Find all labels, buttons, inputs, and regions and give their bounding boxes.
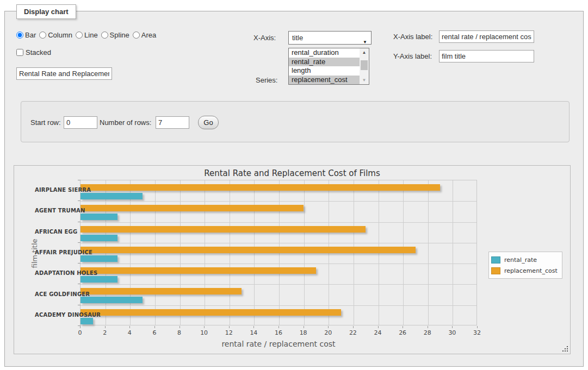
chart-type-radio-bar[interactable] [16, 32, 23, 39]
y-axis-label-field-label: Y-Axis label: [393, 52, 432, 60]
chart-type-radio-label: Bar [25, 31, 36, 39]
listbox-scrollbar[interactable]: ▲ ▼ [360, 48, 369, 84]
chart-type-option-bar: Bar [16, 31, 36, 39]
x-axis-tick [154, 326, 155, 328]
rows-panel: Start row: Number of rows: Go [21, 101, 570, 142]
bar-rental_rate [81, 297, 143, 303]
bar-replacement_cost [81, 309, 341, 316]
series-option-rental_rate[interactable]: rental_rate [289, 58, 360, 67]
x-axis-tick [253, 326, 254, 328]
scroll-down-icon[interactable]: ▼ [360, 76, 369, 84]
y-axis-tick [78, 284, 81, 284]
x-axis-tick-label: 2 [95, 329, 115, 336]
x-axis-tick [452, 326, 453, 328]
x-axis-tick-label: 14 [244, 329, 263, 336]
y-axis-tick [78, 325, 81, 326]
number-of-rows-input[interactable] [156, 116, 189, 129]
scrollbar-thumb[interactable] [361, 60, 368, 70]
gridline-horizontal [81, 305, 476, 306]
scroll-up-icon[interactable]: ▲ [360, 48, 369, 57]
legend-item-rental_rate: rental_rate [491, 254, 558, 265]
y-axis-tick [78, 263, 81, 264]
chart-type-option-line: Line [76, 31, 98, 39]
chevron-down-icon: ▼ [363, 36, 367, 48]
x-axis-select[interactable]: title ▼ [288, 31, 372, 45]
chart-type-option-area: Area [133, 31, 156, 39]
y-category-label: ACADEMY DINOSAUR [35, 312, 76, 318]
x-axis-tick [328, 326, 329, 328]
x-axis-tick [229, 326, 230, 328]
chart-type-radio-spline[interactable] [101, 32, 108, 39]
x-axis-tick [428, 326, 428, 328]
legend-swatch [491, 256, 500, 264]
series-option-rental_duration[interactable]: rental_duration [289, 48, 360, 58]
x-axis-tick [204, 326, 205, 328]
start-row-input[interactable] [64, 116, 97, 129]
chart-plot-area [80, 180, 477, 325]
go-button[interactable]: Go [198, 116, 219, 129]
y-category-label: AFFAIR PREJUDICE [35, 249, 76, 255]
series-option-length[interactable]: length [289, 66, 360, 76]
x-axis-tick [304, 326, 304, 328]
y-axis-tick [78, 200, 81, 201]
resize-handle-icon[interactable] [562, 346, 568, 352]
chart-type-radio-column[interactable] [39, 32, 46, 39]
x-axis-tick-label: 24 [368, 329, 388, 336]
bar-rental_rate [81, 276, 117, 283]
y-axis-tick [78, 242, 81, 243]
x-axis-tick [105, 326, 106, 328]
chart-type-radio-area[interactable] [133, 32, 140, 39]
x-axis-tick-label: 20 [318, 329, 338, 336]
gridline-vertical [428, 180, 429, 325]
x-axis-tick-label: 26 [393, 329, 412, 336]
chart-type-radio-label: Column [48, 31, 72, 39]
start-row-label: Start row: [30, 118, 61, 127]
x-axis-tick-label: 18 [294, 329, 313, 336]
x-axis-tick [180, 326, 180, 328]
chart-title-input[interactable] [16, 67, 112, 80]
bar-replacement_cost [81, 184, 440, 191]
bar-rental_rate [81, 235, 117, 241]
x-axis-tick-label: 28 [418, 329, 437, 336]
x-axis-label-input[interactable] [439, 30, 534, 43]
x-axis-tick [278, 326, 279, 328]
chart-type-radio-line[interactable] [76, 32, 83, 39]
y-axis-label-input[interactable] [439, 50, 534, 62]
x-axis-select-label: X-Axis: [253, 34, 276, 42]
bar-replacement_cost [81, 226, 366, 233]
gridline-horizontal [81, 284, 476, 285]
bar-replacement_cost [81, 288, 242, 294]
x-axis-tick [80, 326, 81, 328]
y-axis-tick [78, 180, 81, 180]
x-axis-tick [403, 326, 403, 328]
bar-replacement_cost [81, 267, 316, 274]
bar-rental_rate [81, 193, 143, 199]
stacked-checkbox-label: Stacked [16, 48, 51, 57]
x-axis-tick-label: 10 [194, 329, 214, 336]
bar-rental_rate [81, 255, 117, 262]
number-of-rows-label: Number of rows: [100, 118, 151, 127]
y-axis-tick [78, 222, 81, 222]
y-category-label: AIRPLANE SIERRA [35, 187, 76, 193]
series-multiselect[interactable]: ▲ ▼ rental_durationrental_ratelengthrepl… [288, 48, 369, 85]
legend-item-replacement_cost: replacement_cost [491, 265, 558, 276]
gridline-horizontal [81, 222, 476, 223]
chart-type-radio-label: Line [84, 31, 98, 39]
x-axis-tick-label: 0 [70, 329, 90, 336]
chart-title: Rental Rate and Replacement Cost of Film… [14, 168, 570, 178]
x-axis-label-field-label: X-Axis label: [393, 33, 432, 41]
chart-area: Rental Rate and Replacement Cost of Film… [14, 165, 571, 354]
y-category-label: AFRICAN EGG [35, 229, 76, 235]
stacked-checkbox[interactable] [16, 49, 23, 56]
y-category-label: ACE GOLDFINGER [35, 291, 76, 297]
gridline-horizontal [81, 201, 476, 202]
x-axis-tick-label: 16 [269, 329, 288, 336]
chart-type-radio-group: BarColumnLineSplineArea [16, 31, 159, 39]
x-axis-tick [353, 326, 354, 328]
chart-type-radio-label: Spline [110, 31, 129, 39]
x-axis-tick [129, 326, 130, 328]
chart-x-axis-title: rental rate / replacement cost [80, 340, 477, 348]
legend-label: replacement_cost [504, 267, 558, 274]
series-option-replacement_cost[interactable]: replacement_cost [289, 76, 360, 85]
x-axis-tick-label: 6 [145, 329, 164, 336]
